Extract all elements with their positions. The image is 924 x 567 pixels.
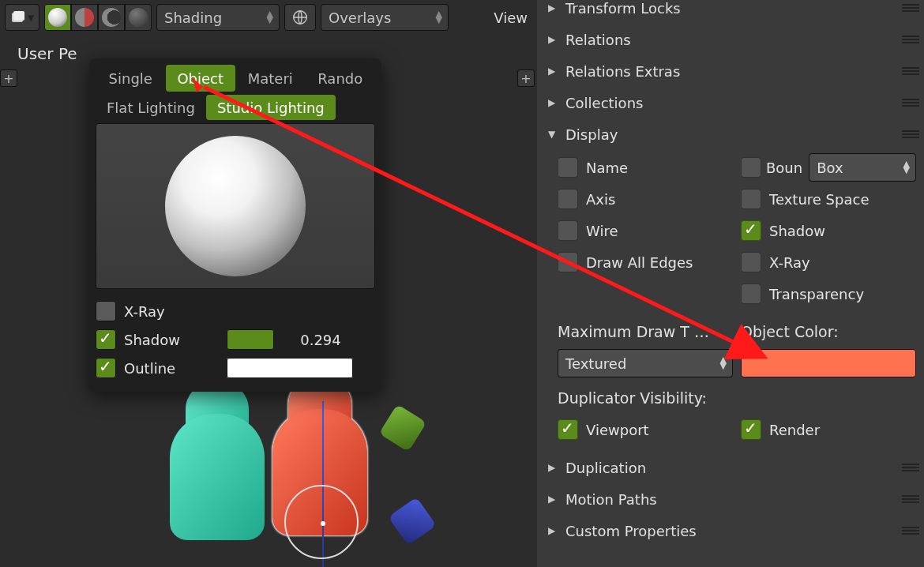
grip-icon[interactable] [902,67,919,75]
grip-icon[interactable] [902,130,919,138]
shading-mode-group [44,4,152,31]
dup-vis-label: Duplicator Visibility: [558,382,916,414]
texture-space-checkbox[interactable] [741,189,761,209]
tab-material[interactable]: Materi [235,65,306,92]
bounds-checkbox[interactable] [741,157,761,178]
outline-label: Outline [124,360,219,377]
shading-solid-button[interactable] [44,4,71,31]
grip-icon[interactable] [902,464,919,471]
grip-icon[interactable] [902,36,919,43]
shading-rendered-button[interactable] [125,4,152,31]
viewport-header: ▼ Shading ▲▼ Overlays ▲▼ View [0,0,537,35]
max-draw-value: Textured [565,355,626,372]
grip-icon[interactable] [902,99,919,107]
matcap-preview[interactable] [96,123,375,289]
shading-lookdev-button[interactable] [71,4,98,31]
toolbar-expand-left[interactable]: + [0,69,17,87]
bounds-type-dropdown[interactable]: Box▲▼ [809,153,916,182]
shadow-checkbox[interactable] [741,220,761,241]
toolbar-expand-right[interactable]: + [517,69,535,87]
bounds-type-value: Box [817,160,843,176]
tab-flat-lighting[interactable]: Flat Lighting [96,95,206,120]
section-label: Collections [565,95,643,111]
editor-type-button[interactable]: ▼ [5,4,39,31]
grip-icon[interactable] [902,527,919,535]
section-custom-properties[interactable]: ▶Custom Properties [537,515,924,546]
section-motion-paths[interactable]: ▶Motion Paths [537,483,924,515]
tab-single[interactable]: Single [96,65,166,92]
section-display[interactable]: ▼Display [537,118,924,150]
transparency-checkbox[interactable] [741,284,761,304]
view-menu[interactable]: View [489,9,532,26]
section-duplication[interactable]: ▶Duplication [537,452,924,483]
wire-label: Wire [586,223,618,239]
shadow-label: Shadow [769,223,825,239]
dup-viewport-label: Viewport [586,422,649,438]
gizmo-ring[interactable] [284,485,359,559]
dup-render-checkbox[interactable] [741,419,761,440]
view-name-label: User Pe [17,44,77,63]
xray-checkbox[interactable] [96,301,116,321]
section-label: Transform Locks [565,0,681,17]
max-draw-label: Maximum Draw T … [558,323,733,340]
name-checkbox[interactable] [558,157,578,178]
section-relations-extras[interactable]: ▶Relations Extras [537,55,924,87]
overlays-dropdown-label: Overlays [329,9,391,26]
section-transform-locks[interactable]: ▶Transform Locks [537,0,924,24]
tab-random[interactable]: Rando [306,65,376,92]
section-label: Relations Extras [565,63,680,80]
section-relations[interactable]: ▶Relations [537,24,924,55]
overlays-icon-button[interactable] [284,4,316,31]
draw-all-edges-checkbox[interactable] [558,252,578,272]
shading-dropdown-label: Shading [164,9,222,26]
tab-object[interactable]: Object [166,65,236,92]
axis-label: Axis [586,191,615,208]
section-label: Duplication [565,460,646,476]
section-label: Motion Paths [565,491,657,508]
shadow-color[interactable] [227,329,274,350]
overlays-dropdown[interactable]: Overlays ▲▼ [321,4,449,31]
name-label: Name [586,160,628,176]
section-collections[interactable]: ▶Collections [537,87,924,118]
shadow-checkbox[interactable] [96,329,116,350]
properties-panel: ▶Transform Locks ▶Relations ▶Relations E… [537,0,924,567]
prop-xray-label: X-Ray [769,254,810,271]
object-color-swatch[interactable] [741,349,916,377]
shadow-label: Shadow [124,332,219,348]
color-type-tabs: Single Object Materi Rando [96,65,375,92]
section-label: Display [565,126,618,143]
lighting-tabs: Flat Lighting Studio Lighting [96,95,375,120]
dup-viewport-checkbox[interactable] [558,419,578,440]
shadow-value[interactable]: 0.294 [282,332,359,348]
grip-icon[interactable] [902,4,919,12]
draw-all-edges-label: Draw All Edges [586,254,693,271]
shading-wire-button[interactable] [98,4,125,31]
svg-rect-1 [13,11,24,21]
axis-checkbox[interactable] [558,189,578,209]
shading-dropdown[interactable]: Shading ▲▼ [156,4,280,31]
gizmo-blue[interactable] [388,497,436,545]
texture-space-label: Texture Space [769,191,869,208]
transparency-label: Transparency [769,286,864,302]
section-label: Relations [565,32,631,48]
display-panel: Name Boun Box▲▼ Axis Texture Space Wire … [537,150,924,452]
outline-color[interactable] [227,358,353,378]
outline-checkbox[interactable] [96,358,116,378]
object-color-label: Object Color: [741,323,916,340]
shading-popover: Single Object Materi Rando Flat Lighting… [89,58,381,392]
grip-icon[interactable] [902,495,919,503]
section-label: Custom Properties [565,523,697,539]
dup-render-label: Render [769,422,820,438]
prop-xray-checkbox[interactable] [741,252,761,272]
tab-studio-lighting[interactable]: Studio Lighting [206,95,336,120]
wire-checkbox[interactable] [558,220,578,241]
bounds-label: Boun [766,160,802,176]
xray-label: X-Ray [124,303,165,320]
max-draw-dropdown[interactable]: Textured▲▼ [558,349,733,377]
